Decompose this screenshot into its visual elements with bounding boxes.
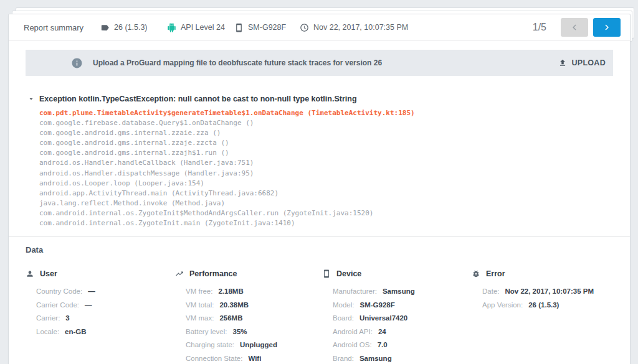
report-badges: 26 (1.5.3)API Level 24SM-G928FNov 22, 20… <box>100 23 533 32</box>
data-row: App Version:26 (1.5.3) <box>482 298 613 312</box>
stack-trace: com.pdt.plume.TimetableActivity$generate… <box>39 108 611 228</box>
data-row-label: Locale: <box>36 328 59 335</box>
stack-frame: com.google.android.gms.internal.zzaje.zz… <box>39 138 611 148</box>
data-section: Data UserCountry Code:—Carrier Code:—Car… <box>9 245 630 364</box>
upload-icon <box>558 58 567 67</box>
performance-icon <box>175 269 184 278</box>
badge-app-version-label: 26 (1.5.3) <box>114 23 148 32</box>
stack-frame: com.google.android.gms.internal.zzaie.zz… <box>39 128 611 138</box>
pagination-controls: 1/5 <box>533 18 621 37</box>
badge-api-level-label: API Level 24 <box>181 23 225 32</box>
data-row: Android OS:7.0 <box>333 338 472 352</box>
column-rows: Manufacturer:SamsungModel:SM-G928FBoard:… <box>322 284 472 364</box>
data-columns: UserCountry Code:—Carrier Code:—Carrier:… <box>9 269 630 364</box>
tag-icon <box>100 23 110 32</box>
column-title: User <box>40 269 57 278</box>
data-row: Manufacturer:Samsung <box>333 284 472 298</box>
data-row-label: Country Code: <box>36 287 82 295</box>
data-row-label: Carrier: <box>36 314 60 322</box>
data-row: Charging state:Unplugged <box>186 338 322 352</box>
data-row: Android API:24 <box>333 325 472 338</box>
badge-app-version: 26 (1.5.3) <box>100 23 167 32</box>
data-row-label: Carrier Code: <box>36 301 79 309</box>
prev-report-button[interactable] <box>561 18 588 37</box>
data-row: Carrier:3 <box>36 311 175 325</box>
data-row-value: 3 <box>65 314 69 322</box>
stack-frame: android.app.ActivityThread.main (Activit… <box>39 189 611 198</box>
pagination-indicator: 1/5 <box>533 22 546 33</box>
data-row-label: Android OS: <box>333 341 372 348</box>
data-column-performance: PerformanceVM free:2.18MBVM total:20.38M… <box>175 269 322 364</box>
column-header: Device <box>322 269 472 278</box>
data-row-value: 26 (1.5.3) <box>528 301 559 309</box>
data-row-label: Board: <box>333 314 354 322</box>
data-row: Board:Universal7420 <box>333 311 472 325</box>
badge-report-date: Nov 22, 2017, 10:07:35 PM <box>300 23 408 32</box>
column-header: Error <box>472 269 613 278</box>
stack-frame: com.google.android.gms.internal.zzajh$1.… <box>39 148 611 158</box>
data-row-label: Manufacturer: <box>333 287 377 295</box>
data-section-title: Data <box>26 245 630 254</box>
data-row-value: Samsung <box>383 287 415 295</box>
column-rows: VM free:2.18MBVM total:20.38MBVM max:256… <box>175 284 322 364</box>
badge-device-model: SM-G928F <box>234 23 300 32</box>
upload-button-label: UPLOAD <box>571 58 606 67</box>
data-row-value: SM-G928F <box>360 301 395 309</box>
data-column-user: UserCountry Code:—Carrier Code:—Carrier:… <box>26 269 175 364</box>
data-row-label: VM total: <box>186 301 214 309</box>
device-icon <box>322 269 331 278</box>
column-header: User <box>26 269 175 278</box>
caret-down-icon <box>27 95 35 103</box>
data-row: Connection State:Wifi <box>186 352 322 364</box>
data-row-value: 20.38MB <box>219 301 249 309</box>
data-row-label: Battery level: <box>186 328 227 335</box>
data-row-value: 256MB <box>219 314 242 322</box>
data-row: Battery level:35% <box>186 325 322 338</box>
exception-title: Exception kotlin.TypeCastException: null… <box>39 95 357 103</box>
user-icon <box>26 269 34 278</box>
data-row: Model:SM-G928F <box>333 298 472 312</box>
data-row-label: Model: <box>333 301 355 309</box>
data-row-label: VM free: <box>186 287 212 295</box>
data-column-error: ErrorDate:Nov 22, 2017, 10:07:35 PMApp V… <box>472 269 613 364</box>
column-rows: Country Code:—Carrier Code:—Carrier:3Loc… <box>26 284 175 338</box>
data-row: VM free:2.18MB <box>186 284 322 298</box>
data-row: Locale:en-GB <box>36 325 175 338</box>
clock-icon <box>300 23 309 32</box>
data-row-value: Samsung <box>359 355 392 362</box>
data-row: VM max:256MB <box>186 311 322 325</box>
report-topbar: Report summary 26 (1.5.3)API Level 24SM-… <box>9 14 630 41</box>
data-row: Date:Nov 22, 2017, 10:07:35 PM <box>482 284 613 298</box>
data-row-value: 7.0 <box>378 341 388 348</box>
data-row: Carrier Code:— <box>36 298 175 312</box>
data-row-label: Connection State: <box>186 355 242 362</box>
column-title: Error <box>486 269 505 278</box>
data-row-label: VM max: <box>186 314 214 322</box>
data-row-value: en-GB <box>65 328 87 335</box>
stack-frame: com.google.firebase.database.Query$1.onD… <box>39 118 611 128</box>
data-column-device: DeviceManufacturer:SamsungModel:SM-G928F… <box>322 269 472 364</box>
error-icon <box>472 269 480 278</box>
info-icon <box>71 57 83 69</box>
phone-icon <box>234 23 244 32</box>
data-row-label: Android API: <box>333 328 373 335</box>
proguard-banner: Upload a ProGuard mapping file to deobfu… <box>26 50 613 76</box>
exception-header[interactable]: Exception kotlin.TypeCastException: null… <box>27 95 611 103</box>
next-report-button[interactable] <box>593 18 621 37</box>
data-row-value: Unplugged <box>240 341 277 348</box>
stack-frame: com.pdt.plume.TimetableActivity$generate… <box>39 108 611 118</box>
data-row-value: Wifi <box>248 355 261 362</box>
data-row-label: App Version: <box>482 301 523 309</box>
column-title: Performance <box>189 269 237 278</box>
stack-frame: java.lang.reflect.Method.invoke (Method.… <box>39 198 611 208</box>
data-row-value: Universal7420 <box>359 314 407 322</box>
report-card: Report summary 26 (1.5.3)API Level 24SM-… <box>8 14 631 364</box>
data-row-value: — <box>85 301 92 309</box>
column-header: Performance <box>175 269 322 278</box>
data-row-label: Charging state: <box>186 341 234 348</box>
data-row: Brand:Samsung <box>333 352 472 364</box>
data-row-value: 2.18MB <box>218 287 243 295</box>
upload-button[interactable]: UPLOAD <box>558 58 606 67</box>
badge-device-model-label: SM-G928F <box>248 23 286 32</box>
stack-frame: com.android.internal.os.ZygoteInit.main … <box>39 218 611 228</box>
